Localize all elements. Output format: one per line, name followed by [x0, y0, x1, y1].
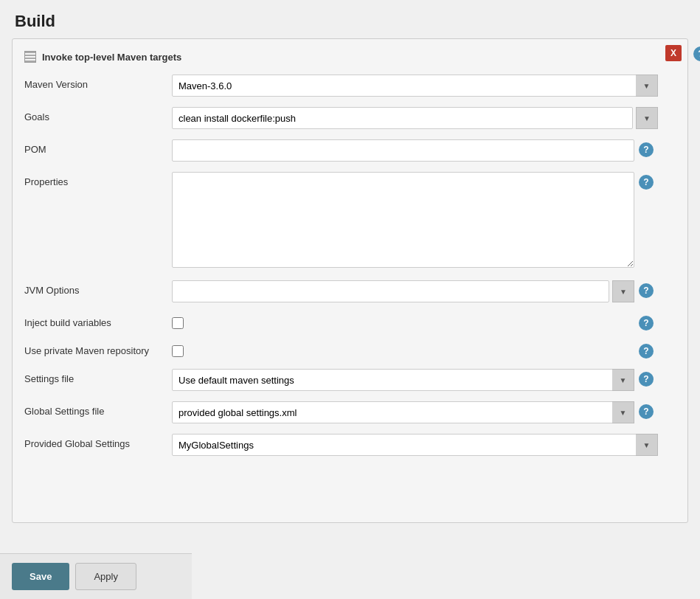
goals-row: Goals ▼ [24, 107, 658, 129]
section-help-icon[interactable]: ? [693, 46, 700, 61]
inject-build-help-icon[interactable]: ? [639, 316, 654, 330]
maven-version-row: Maven Version Maven-3.6.0 ▼ [24, 75, 658, 97]
properties-help-col: ? [634, 172, 658, 190]
properties-help-icon[interactable]: ? [639, 175, 654, 190]
settings-file-select[interactable]: Use default maven settings Settings file… [172, 369, 634, 391]
global-settings-select[interactable]: provided global settings.xml Global sett… [172, 401, 634, 423]
global-settings-help-col: ? [634, 401, 658, 419]
jvm-options-label: JVM Options [24, 280, 172, 296]
jvm-options-help-icon[interactable]: ? [639, 283, 654, 298]
properties-input-wrap [172, 172, 634, 270]
maven-version-label: Maven Version [24, 75, 172, 90]
global-settings-select-wrapper: provided global settings.xml Global sett… [172, 401, 634, 423]
pom-help-col: ? [634, 139, 658, 157]
private-maven-row: Use private Maven repository ? [24, 341, 658, 359]
drag-handle-icon [24, 51, 36, 63]
pom-input-wrap [172, 139, 634, 162]
pom-label: POM [24, 139, 172, 155]
private-maven-help-icon[interactable]: ? [639, 344, 654, 359]
private-maven-control-wrap [172, 341, 634, 357]
inject-build-checkbox[interactable] [172, 317, 184, 329]
page-title: Build [0, 0, 700, 38]
properties-textarea[interactable] [172, 172, 634, 268]
private-maven-label: Use private Maven repository [24, 341, 172, 356]
section-title: Invoke top-level Maven targets [42, 52, 181, 63]
settings-file-label: Settings file [24, 369, 172, 384]
goals-input-wrap: ▼ [172, 107, 658, 129]
settings-file-help-icon[interactable]: ? [639, 372, 654, 387]
inject-build-control-wrap [172, 313, 634, 329]
provided-global-settings-row: Provided Global Settings MyGlobalSetting… [24, 434, 658, 456]
maven-version-select[interactable]: Maven-3.6.0 [172, 75, 658, 97]
properties-label: Properties [24, 172, 172, 187]
global-settings-label: Global Settings file [24, 401, 172, 417]
settings-file-help-col: ? [634, 369, 658, 387]
pom-row: POM ? [24, 139, 658, 162]
bottom-spacer [24, 466, 658, 510]
goals-input[interactable] [172, 107, 633, 129]
provided-global-settings-select-wrapper: MyGlobalSettings ▼ [172, 434, 658, 456]
pom-help-icon[interactable]: ? [639, 142, 654, 157]
private-maven-help-col: ? [634, 341, 658, 359]
settings-file-select-wrapper: Use default maven settings Settings file… [172, 369, 634, 391]
provided-global-settings-label: Provided Global Settings [24, 434, 172, 449]
maven-version-select-wrapper: Maven-3.6.0 ▼ [172, 75, 658, 97]
properties-row: Properties ? [24, 172, 658, 270]
global-settings-help-icon[interactable]: ? [639, 404, 654, 419]
inject-build-label: Inject build variables [24, 313, 172, 328]
section-header: Invoke top-level Maven targets X [24, 51, 658, 63]
pom-input[interactable] [172, 139, 634, 162]
goals-dropdown-button[interactable]: ▼ [636, 107, 658, 129]
goals-label: Goals [24, 107, 172, 122]
jvm-options-dropdown-button[interactable]: ▼ [612, 280, 634, 302]
jvm-options-row: JVM Options ▼ ? [24, 280, 658, 302]
inject-build-row: Inject build variables ? [24, 313, 658, 330]
jvm-options-input[interactable] [172, 280, 609, 302]
settings-file-row: Settings file Use default maven settings… [24, 369, 658, 391]
private-maven-checkbox[interactable] [172, 345, 184, 357]
global-settings-row: Global Settings file provided global set… [24, 401, 658, 423]
inject-build-help-col: ? [634, 313, 658, 330]
provided-global-settings-select[interactable]: MyGlobalSettings [172, 434, 658, 456]
jvm-options-help-col: ? [634, 280, 658, 298]
jvm-options-input-wrap: ▼ [172, 280, 634, 302]
close-button[interactable]: X [665, 45, 682, 61]
build-section: Invoke top-level Maven targets X ? Maven… [12, 38, 688, 523]
